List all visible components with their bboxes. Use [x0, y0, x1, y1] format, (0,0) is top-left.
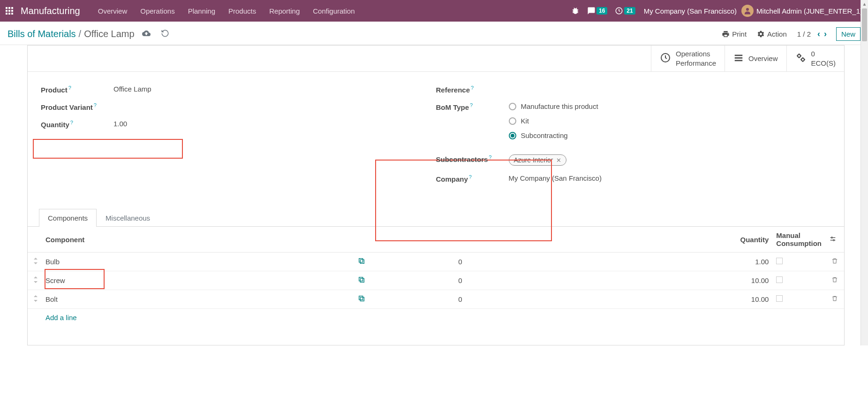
delete-row-icon[interactable] — [825, 290, 844, 309]
manual-checkbox[interactable] — [776, 276, 783, 283]
help-icon[interactable]: ? — [469, 174, 472, 180]
help-icon[interactable]: ? — [94, 102, 97, 108]
save-cloud-icon[interactable] — [142, 29, 151, 39]
breadcrumb-current: Office Lamp — [84, 29, 134, 39]
component-name[interactable]: Bulb — [42, 253, 354, 271]
user-menu[interactable]: Mitchell Admin (JUNE_ENTER_1) — [741, 5, 864, 17]
svg-point-16 — [801, 58, 804, 61]
component-name[interactable]: Bolt — [42, 290, 354, 309]
radio-manufacture[interactable]: Manufacture this product — [509, 102, 598, 110]
pager-prev[interactable]: ‹ — [815, 29, 822, 39]
tab-miscellaneous[interactable]: Miscellaneous — [97, 209, 159, 227]
th-options-icon[interactable] — [825, 227, 844, 253]
quantity-label: Quantity — [41, 121, 69, 129]
svg-point-19 — [831, 237, 833, 238]
field-reference: Reference? — [436, 85, 831, 94]
radio-kit[interactable]: Kit — [509, 117, 598, 125]
svg-marker-25 — [34, 276, 38, 278]
menu-reporting[interactable]: Reporting — [263, 7, 306, 15]
pager: 1 / 2 ‹ › — [797, 29, 829, 39]
new-button[interactable]: New — [836, 27, 860, 41]
action-button[interactable]: Action — [757, 30, 787, 38]
pager-next[interactable]: › — [822, 29, 829, 39]
pager-text[interactable]: 1 / 2 — [797, 30, 811, 38]
company-selector[interactable]: My Company (San Francisco) — [639, 7, 741, 15]
discard-icon[interactable] — [161, 29, 169, 39]
quantity-value[interactable]: 1.00 — [531, 253, 772, 271]
menu-configuration[interactable]: Configuration — [306, 7, 361, 15]
stat-overview-label: Overview — [748, 54, 778, 62]
debug-icon[interactable] — [567, 7, 583, 15]
drag-handle-icon[interactable] — [28, 290, 42, 309]
scrollbar-up[interactable]: ▲ — [861, 0, 868, 8]
svg-point-15 — [798, 54, 800, 57]
field-bom-type: BoM Type? Manufacture this product Kit S… — [436, 102, 831, 146]
svg-rect-14 — [735, 60, 743, 61]
action-label: Action — [767, 30, 787, 38]
radio-subcontracting[interactable]: Subcontracting — [509, 131, 598, 139]
table-row[interactable]: Screw010.00 — [28, 271, 844, 290]
th-manual-consumption[interactable]: Manual Consumption — [772, 227, 825, 253]
add-line-link[interactable]: Add a line — [28, 309, 844, 326]
field-product: Product? Office Lamp — [41, 85, 436, 94]
delete-row-icon[interactable] — [825, 253, 844, 271]
svg-rect-7 — [8, 13, 10, 15]
company-label: Company — [436, 175, 468, 183]
highlight-bom-type — [375, 160, 552, 241]
scrollbar-thumb[interactable] — [862, 8, 867, 41]
svg-marker-30 — [34, 300, 38, 302]
reference-label: Reference — [436, 86, 470, 94]
activities-icon[interactable]: 21 — [611, 7, 639, 15]
help-icon[interactable]: ? — [471, 85, 474, 91]
breadcrumb-root[interactable]: Bills of Materials — [8, 29, 76, 39]
tab-components[interactable]: Components — [39, 209, 97, 227]
radio-manufacture-label: Manufacture this product — [521, 102, 598, 110]
stat-eco-label: ECO(S) — [811, 59, 836, 68]
help-icon[interactable]: ? — [68, 85, 71, 91]
menu-operations[interactable]: Operations — [134, 7, 181, 15]
tag-remove-icon[interactable]: ✕ — [556, 157, 561, 164]
stat-overview[interactable]: Overview — [725, 46, 786, 71]
manual-checkbox[interactable] — [776, 258, 783, 264]
manual-checkbox[interactable] — [776, 295, 783, 302]
svg-rect-13 — [735, 57, 743, 59]
table-row[interactable]: Bulb01.00 — [28, 253, 844, 271]
table-row[interactable]: Bolt010.00 — [28, 290, 844, 309]
activities-badge: 21 — [624, 7, 635, 15]
breadcrumb: Bills of Materials / Office Lamp — [8, 29, 135, 39]
menu-overview[interactable]: Overview — [91, 7, 134, 15]
forecast-icon[interactable] — [354, 271, 454, 290]
drag-handle-icon[interactable] — [28, 271, 42, 290]
th-component[interactable]: Component — [42, 227, 354, 253]
stat-operations[interactable]: Operations Performance — [651, 46, 725, 71]
help-icon[interactable]: ? — [70, 120, 73, 125]
forecast-icon[interactable] — [354, 290, 454, 309]
svg-rect-4 — [8, 10, 10, 12]
menu-planning[interactable]: Planning — [181, 7, 222, 15]
bom-type-label: BoM Type — [436, 103, 469, 111]
th-quantity[interactable]: Quantity — [531, 227, 772, 253]
delete-row-icon[interactable] — [825, 271, 844, 290]
stat-eco[interactable]: 0 ECO(S) — [786, 46, 845, 71]
scrollbar[interactable]: ▲ — [860, 0, 868, 345]
forecast-icon[interactable] — [354, 253, 454, 271]
svg-rect-31 — [359, 296, 362, 300]
app-brand[interactable]: Manufacturing — [21, 6, 80, 16]
quantity-value[interactable]: 1.00 — [113, 120, 127, 128]
messages-icon[interactable]: 16 — [583, 7, 611, 15]
product-value[interactable]: Office Lamp — [113, 85, 151, 93]
help-icon[interactable]: ? — [489, 154, 491, 160]
apps-icon[interactable] — [4, 5, 15, 16]
menu-products[interactable]: Products — [222, 7, 263, 15]
drag-handle-icon[interactable] — [28, 253, 42, 271]
bars-icon — [733, 53, 744, 64]
print-button[interactable]: Print — [722, 30, 747, 38]
subcontractors-label: Subcontractors — [436, 155, 488, 163]
highlight-product — [33, 139, 183, 159]
quantity-value[interactable]: 10.00 — [531, 290, 772, 309]
quantity-value[interactable]: 10.00 — [531, 271, 772, 290]
svg-marker-21 — [34, 258, 38, 260]
help-icon[interactable]: ? — [470, 102, 473, 108]
svg-rect-23 — [359, 259, 362, 262]
print-label: Print — [732, 30, 747, 38]
